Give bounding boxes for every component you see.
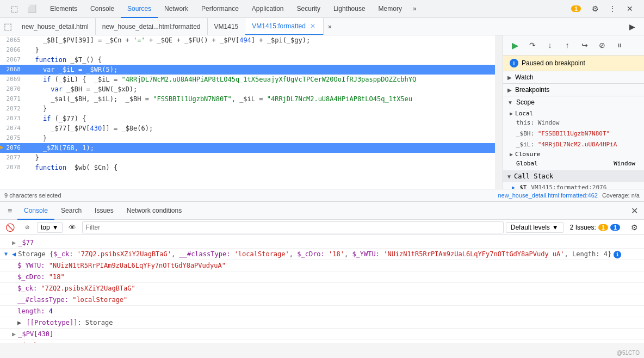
- watch-section: ▶ Watch: [503, 71, 644, 84]
- file-tab-4-close[interactable]: ✕: [309, 22, 317, 30]
- line-num-2065: 2065: [0, 35, 27, 45]
- call-stack-header[interactable]: ▼ Call Stack: [503, 170, 644, 182]
- code-text-2075: }: [27, 133, 47, 143]
- closure-triangle: ▶: [510, 151, 513, 157]
- tab-performance[interactable]: Performance: [195, 0, 245, 18]
- tab-application[interactable]: Application: [245, 0, 290, 18]
- console-expand-2[interactable]: ▼: [4, 249, 12, 259]
- resume-button[interactable]: ▶: [507, 38, 523, 53]
- tab-memory[interactable]: Memory: [372, 0, 408, 18]
- global-label: Global: [516, 159, 538, 169]
- console-prefix-ck-result: ◀: [12, 341, 16, 343]
- step-out-button[interactable]: ↑: [560, 38, 575, 53]
- file-tab-1[interactable]: new_house_detail.html: [15, 18, 96, 35]
- paused-on-breakpoint-text: Paused on breakpoint: [522, 59, 585, 67]
- line-num-2066: 2066: [0, 45, 27, 55]
- code-editor[interactable]: 2065 _$B[_$PV[39]] = _$Cn + '=' + _$QE +…: [0, 35, 495, 189]
- inspect-element-button[interactable]: ⬚: [7, 1, 22, 16]
- code-line-2069: 2069 if (_$iL) { _$iL = "4RRjDL7NcM2.uU8…: [0, 75, 495, 84]
- context-selector[interactable]: top ▼: [37, 222, 63, 233]
- more-tabs-button[interactable]: »: [408, 0, 421, 18]
- console-prop-ck: $_ck: "7ZQ2.psibsXZiY2UagBTaG": [0, 283, 644, 294]
- run-snippet-button[interactable]: ▶: [624, 19, 640, 34]
- console-text-1: _$77: [18, 238, 640, 248]
- tab-lighthouse[interactable]: Lighthouse: [327, 0, 372, 18]
- breakpoints-header[interactable]: ▶ Breakpoints: [503, 84, 644, 96]
- console-prop-cdro: $_cDro: "18": [0, 271, 644, 283]
- step-over-button[interactable]: ↷: [525, 38, 540, 53]
- code-line-2068: 2068 var _$iL = _$WR(5);: [0, 65, 495, 75]
- code-text-2071: _$al(_$BH, _$iL); _$BH = "FSSBBIl1UgzbN7…: [27, 94, 412, 104]
- file-tab-3[interactable]: VM1415: [208, 18, 246, 35]
- clear-console-button[interactable]: 🚫: [2, 220, 17, 235]
- tab-security[interactable]: Security: [290, 0, 327, 18]
- more-options-button[interactable]: ⋮: [605, 1, 620, 16]
- call-stack-icon: ▶: [512, 183, 515, 189]
- console-settings-button[interactable]: ⚙: [627, 220, 642, 235]
- console-text-length: length: 4: [17, 306, 640, 316]
- code-text-2066: }: [27, 45, 39, 55]
- device-toolbar-button[interactable]: ⬜: [24, 1, 39, 16]
- console-text-2: Storage {$_ck: '7ZQ2.psibsXZiY2UagBTaG',…: [18, 249, 640, 259]
- scope-section: ▼ Scope ▶ Local this: Window _$BH: "FSSB…: [503, 96, 644, 189]
- scope-label: Scope: [516, 98, 535, 106]
- tab-console[interactable]: Console: [84, 0, 121, 18]
- vertical-scrollbar[interactable]: [495, 35, 503, 189]
- console-filter-icon-button[interactable]: ⊘: [20, 220, 35, 235]
- console-tab-search[interactable]: Search: [54, 202, 88, 220]
- file-tab-4[interactable]: VM1415:formatted ✕: [245, 18, 324, 35]
- step-into-button[interactable]: ↓: [542, 38, 558, 53]
- il-scope-item: _$iL: "4RRjDL7NcM2.uU8A4HPiA: [503, 139, 644, 150]
- local-scope-group[interactable]: ▶ Local: [503, 109, 644, 118]
- line-num-2069: 2069: [0, 75, 27, 84]
- watch-header[interactable]: ▶ Watch: [503, 71, 644, 83]
- more-file-tabs-button[interactable]: »: [324, 18, 336, 35]
- deactivate-breakpoints-button[interactable]: ⊘: [595, 38, 610, 53]
- scope-header[interactable]: ▼ Scope: [503, 96, 644, 108]
- line-num-2072: 2072: [0, 104, 27, 114]
- code-text-2074: _$77[_$PV[430]] = _$8e(6);: [27, 124, 153, 133]
- tab-sources[interactable]: Sources: [121, 0, 158, 18]
- scope-triangle: ▼: [507, 100, 513, 106]
- status-link[interactable]: new_house_detail.html:formatted:462: [498, 192, 597, 199]
- code-text-2077: }: [27, 153, 39, 163]
- prototype-expand-arrow[interactable]: ▶: [17, 319, 21, 326]
- file-tabs-right-icons: ▶: [624, 19, 644, 34]
- log-levels-button[interactable]: Default levels ▼: [506, 222, 564, 233]
- settings-button[interactable]: ⚙: [587, 1, 603, 16]
- levels-arrow: ▼: [552, 224, 559, 231]
- code-line-2066: 2066 }: [0, 45, 495, 55]
- console-prop-ywtu: $_YWTU: "NUizN1tR5RrPIAm9zUaL6LqYFy7nOTt…: [0, 260, 644, 271]
- issues-button[interactable]: 2 Issues: 1 1: [566, 223, 624, 232]
- closure-scope-group[interactable]: ▶ Closure: [503, 150, 644, 158]
- console-tab-network-conditions[interactable]: Network conditions: [120, 202, 188, 220]
- code-line-2071: 2071 _$al(_$BH, _$iL); _$BH = "FSSBBIl1U…: [0, 94, 495, 104]
- devtools-nav-icons: ⬚ ⬜: [2, 1, 44, 16]
- pause-on-exception-button[interactable]: ⏸: [612, 38, 627, 53]
- context-label: top: [41, 224, 50, 231]
- notification-badge-button[interactable]: 1: [567, 4, 585, 13]
- console-close-button[interactable]: ✕: [627, 203, 642, 218]
- console-tab-console[interactable]: Console: [17, 202, 54, 220]
- tab-elements[interactable]: Elements: [44, 0, 84, 18]
- close-devtools-button[interactable]: ✕: [622, 1, 637, 16]
- new-tab-button[interactable]: ⬚: [0, 19, 15, 34]
- call-entry-name: $T: [519, 183, 527, 189]
- console-prefix-1: ▶: [12, 238, 16, 248]
- console-filter-input[interactable]: [82, 221, 504, 233]
- eye-button[interactable]: 👁: [65, 220, 80, 235]
- call-stack-triangle: ▼: [507, 174, 511, 180]
- breakpoints-triangle: ▶: [507, 87, 512, 93]
- console-sidebar-button[interactable]: ≡: [2, 203, 17, 218]
- this-key: this: Window: [516, 119, 559, 126]
- console-tab-issues[interactable]: Issues: [88, 202, 120, 220]
- bh-scope-item: _$BH: "FSSBBIl1UgzbN7N80T": [503, 128, 644, 139]
- code-text-2073: if (_$77) {: [27, 114, 86, 124]
- step-button[interactable]: ↪: [577, 38, 592, 53]
- file-tab-4-label: VM1415:formatted: [252, 22, 306, 30]
- file-tab-2[interactable]: new_house_detai...html:formatted: [96, 18, 208, 35]
- file-tab-3-label: VM1415: [214, 23, 239, 30]
- tab-network[interactable]: Network: [158, 0, 195, 18]
- this-scope-item: this: Window: [503, 118, 644, 128]
- line-num-2070: 2070: [0, 84, 27, 94]
